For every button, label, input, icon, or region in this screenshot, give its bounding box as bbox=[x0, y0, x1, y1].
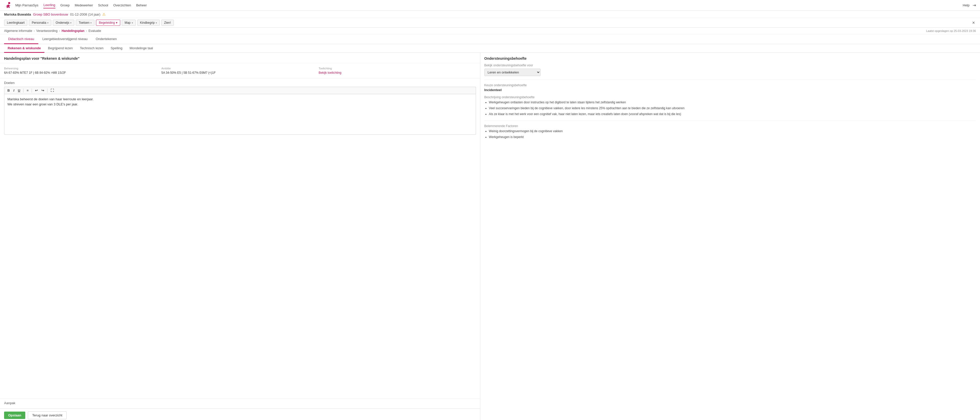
subtab-mondelinge[interactable]: Mondelinge taal bbox=[126, 44, 157, 53]
chevron-down-icon: ▾ bbox=[116, 21, 118, 24]
nav-beheer[interactable]: Beheer bbox=[136, 2, 147, 8]
map-button[interactable]: Map ▾ bbox=[122, 20, 135, 26]
student-group: Groep SBO bovenbouw bbox=[33, 13, 68, 16]
keuze-value: Incidenteel bbox=[484, 88, 976, 92]
belemmerende-list: Weinig doorzettingsvermogen bij de cogni… bbox=[484, 129, 976, 140]
bottom-actions: Opslaan Terug naar overzicht bbox=[0, 409, 480, 420]
kindbegrip-button[interactable]: Kindbegrip ▾ bbox=[137, 20, 160, 26]
doelen-section: Doelen B I U ≡ ↩ ↪ ⛶ Mariska beheerst de… bbox=[0, 78, 480, 398]
back-button[interactable]: Terug naar overzicht bbox=[28, 411, 67, 419]
bekijk-label: Bekijk ondersteuningsbehoefte voor bbox=[484, 64, 976, 67]
student-header: Mariska Buwalda Groep SBO bovenbouw 01-1… bbox=[0, 11, 980, 18]
subtab-rekenen[interactable]: Rekenen & wiskunde bbox=[4, 44, 45, 53]
beheersing-value: 6A 67-83% M7E7 1F | 6B 84-92% >M8 1S/2F bbox=[4, 71, 159, 75]
doelen-label: Doelen bbox=[4, 81, 476, 85]
aanpak-section: Aanpak bbox=[0, 398, 480, 409]
rp-bekijk-section: Bekijk ondersteuningsbehoefte voor Leren… bbox=[484, 64, 976, 76]
left-panel: Handelingsplan voor "Rekenen & wiskunde"… bbox=[0, 53, 480, 420]
toolbar: Leerlingkaart Personalia ▾ Onderwijs ▾ T… bbox=[0, 18, 980, 27]
ambitie-label: Ambitie bbox=[161, 67, 317, 70]
ambitie-col: Ambitie 5A 34-50% E5 | 5B 51-67% E6M7 (<… bbox=[161, 66, 318, 76]
toolbar-sep-3 bbox=[47, 89, 48, 92]
nav-leerling[interactable]: Leerling bbox=[43, 2, 55, 8]
breadcrumb-algemeen[interactable]: Algemene informatie bbox=[4, 29, 32, 33]
onderwijs-button[interactable]: Onderwijs ▾ bbox=[53, 20, 74, 26]
keuze-label: Keuze ondersteuningsbehoefte bbox=[484, 83, 976, 87]
main-content: Handelingsplan voor "Rekenen & wiskunde"… bbox=[0, 53, 980, 420]
nav-mijn-parnassys[interactable]: Mijn ParnasSys bbox=[15, 2, 38, 8]
close-button[interactable]: × bbox=[971, 20, 976, 25]
editor-line2: We streven naar een groei van 3 DLE's pe… bbox=[7, 102, 78, 106]
svg-point-0 bbox=[8, 2, 10, 4]
editor-toolbar: B I U ≡ ↩ ↪ ⛶ bbox=[4, 87, 476, 94]
breadcrumb-verantwoording[interactable]: Verantwoording bbox=[36, 29, 57, 33]
toetsen-button[interactable]: Toetsen ▾ bbox=[76, 20, 94, 26]
keuze-section: Keuze ondersteuningsbehoefte Incidenteel bbox=[484, 83, 976, 92]
toelichting-col: Toelichting Bekijk toelichting bbox=[318, 66, 476, 76]
sub-tabs: Rekenen & wiskunde Begrijpend lezen Tech… bbox=[0, 44, 980, 53]
panel-title: Handelingsplan voor "Rekenen & wiskunde" bbox=[0, 53, 480, 63]
nav-school[interactable]: School bbox=[98, 2, 108, 8]
logo bbox=[4, 1, 12, 10]
toolbar-sep-2 bbox=[32, 89, 32, 92]
save-button[interactable]: Opslaan bbox=[4, 412, 25, 419]
help-link[interactable]: Help bbox=[963, 3, 969, 7]
chevron-down-icon: ▾ bbox=[132, 21, 133, 24]
editor-area[interactable]: Mariska beheerst de doelen van haar leer… bbox=[4, 94, 476, 135]
right-panel: Ondersteuningsbehoefte Bekijk ondersteun… bbox=[480, 53, 980, 420]
underline-button[interactable]: U bbox=[17, 88, 21, 93]
student-dob: 01-12-2008 (14 jaar) bbox=[70, 13, 100, 16]
beschrijving-section: Beschrijving ondersteuningsbehoefte Werk… bbox=[484, 95, 976, 117]
ondersteuning-select[interactable]: Leren en ontwikkelenSociaal-emotioneelAn… bbox=[484, 68, 541, 76]
last-saved: Laatst opgeslagen op 25-03-2023 19:36 bbox=[926, 29, 976, 32]
breadcrumb-evaluatie[interactable]: Evaluatie bbox=[89, 29, 101, 33]
breadcrumb-sep-2: › bbox=[59, 29, 60, 33]
aanpak-label: Aanpak bbox=[4, 401, 476, 405]
list-item: Werkgeheugen ontlasten door instructies … bbox=[489, 100, 976, 105]
begeleiding-button[interactable]: Begeleiding ▾ bbox=[96, 20, 120, 26]
chevron-down-icon: ▾ bbox=[156, 21, 157, 24]
top-nav: Mijn ParnasSys Leerling Groep Medewerker… bbox=[0, 0, 980, 11]
nav-right: Help ⇥ bbox=[963, 3, 976, 8]
nav-groep[interactable]: Groep bbox=[60, 2, 70, 8]
bold-button[interactable]: B bbox=[6, 88, 11, 93]
redo-button[interactable]: ↪ bbox=[40, 88, 45, 93]
subtab-begrijpend[interactable]: Begrijpend lezen bbox=[45, 44, 76, 53]
leerlingkaart-button[interactable]: Leerlingkaart bbox=[4, 20, 27, 26]
chevron-down-icon: ▾ bbox=[47, 21, 48, 24]
rp-title: Ondersteuningsbehoefte bbox=[484, 56, 976, 60]
chevron-down-icon: ▾ bbox=[90, 21, 92, 24]
undo-button[interactable]: ↩ bbox=[34, 88, 39, 93]
warning-icon: ⚠ bbox=[102, 12, 106, 16]
tab-ondertekenen[interactable]: Ondertekenen bbox=[92, 35, 121, 44]
breadcrumb-sep-3: › bbox=[86, 29, 87, 33]
editor-line1: Mariska beheerst de doelen van haar leer… bbox=[7, 97, 94, 101]
nav-overzichten[interactable]: Overzichten bbox=[113, 2, 131, 8]
belemmerende-section: Belemmerende Factoren Weinig doorzetting… bbox=[484, 124, 976, 140]
beh-table: Beheersing 6A 67-83% M7E7 1F | 6B 84-92%… bbox=[0, 63, 480, 78]
personalia-button[interactable]: Personalia ▾ bbox=[29, 20, 51, 26]
tab-leergebied[interactable]: Leergebiedoverstijgend niveau bbox=[38, 35, 92, 44]
list-button[interactable]: ≡ bbox=[25, 88, 30, 93]
toelichting-link[interactable]: Bekijk toelichting bbox=[318, 71, 474, 75]
logout-icon[interactable]: ⇥ bbox=[973, 3, 976, 8]
list-item: Als ze klaar is met het werk voor een co… bbox=[489, 112, 976, 117]
nav-medewerker[interactable]: Medewerker bbox=[75, 2, 93, 8]
beschrijving-list: Werkgeheugen ontlasten door instructies … bbox=[484, 100, 976, 117]
main-tabs: Didactisch niveau Leergebiedoverstijgend… bbox=[0, 35, 980, 44]
toolbar-sep bbox=[23, 89, 24, 92]
fullscreen-button[interactable]: ⛶ bbox=[49, 88, 55, 93]
ambitie-value: 5A 34-50% E5 | 5B 51-67% E6M7 (<)1F bbox=[161, 71, 317, 75]
rp-divider-1 bbox=[484, 80, 976, 80]
subtab-spelling[interactable]: Spelling bbox=[107, 44, 126, 53]
italic-button[interactable]: I bbox=[12, 88, 15, 93]
breadcrumb-handelingsplan[interactable]: Handelingsplan bbox=[62, 29, 84, 33]
subtab-technisch[interactable]: Technisch lezen bbox=[76, 44, 107, 53]
list-item: Werkgeheugen is beperkt bbox=[489, 135, 976, 140]
beheersing-label: Beheersing bbox=[4, 67, 159, 70]
beheersing-col: Beheersing 6A 67-83% M7E7 1F | 6B 84-92%… bbox=[4, 66, 161, 76]
nav-links: Mijn ParnasSys Leerling Groep Medewerker… bbox=[15, 2, 963, 8]
zien-button[interactable]: Zien! bbox=[161, 20, 174, 26]
tab-didactisch[interactable]: Didactisch niveau bbox=[4, 35, 38, 44]
breadcrumb-sep-1: › bbox=[34, 29, 35, 33]
